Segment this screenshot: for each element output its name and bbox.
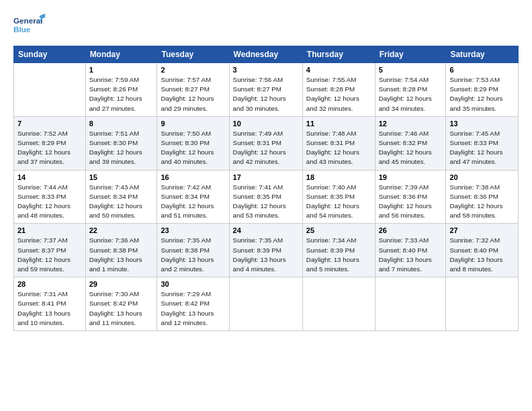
day-number: 20	[449, 173, 515, 181]
calendar-table: SundayMondayTuesdayWednesdayThursdayFrid…	[13, 46, 519, 331]
calendar-cell: 5Sunrise: 7:54 AM Sunset: 8:28 PM Daylig…	[375, 63, 446, 117]
day-number: 22	[89, 226, 154, 234]
day-number: 14	[17, 173, 82, 181]
calendar-cell	[302, 277, 375, 331]
calendar-week-2: 7Sunrise: 7:52 AM Sunset: 8:29 PM Daylig…	[14, 116, 519, 170]
day-info: Sunrise: 7:39 AM Sunset: 8:36 PM Dayligh…	[379, 183, 443, 221]
calendar-cell: 4Sunrise: 7:55 AM Sunset: 8:28 PM Daylig…	[302, 63, 375, 117]
day-info: Sunrise: 7:37 AM Sunset: 8:37 PM Dayligh…	[17, 236, 82, 274]
day-info: Sunrise: 7:41 AM Sunset: 8:35 PM Dayligh…	[233, 183, 299, 221]
day-number: 1	[89, 66, 154, 74]
day-info: Sunrise: 7:31 AM Sunset: 8:41 PM Dayligh…	[17, 289, 82, 328]
calendar-cell	[229, 277, 302, 331]
day-number: 3	[233, 66, 299, 74]
calendar-week-5: 28Sunrise: 7:31 AM Sunset: 8:41 PM Dayli…	[14, 277, 519, 331]
calendar-cell: 22Sunrise: 7:36 AM Sunset: 8:38 PM Dayli…	[85, 224, 157, 277]
day-number: 4	[306, 66, 371, 74]
calendar-cell: 27Sunrise: 7:32 AM Sunset: 8:40 PM Dayli…	[446, 224, 519, 277]
day-info: Sunrise: 7:46 AM Sunset: 8:32 PM Dayligh…	[379, 129, 443, 167]
day-number: 10	[233, 120, 299, 128]
day-info: Sunrise: 7:35 AM Sunset: 8:39 PM Dayligh…	[233, 236, 299, 274]
day-number: 28	[17, 280, 82, 288]
logo-icon: General Blue	[13, 12, 47, 39]
day-info: Sunrise: 7:53 AM Sunset: 8:29 PM Dayligh…	[449, 75, 515, 113]
calendar-cell: 14Sunrise: 7:44 AM Sunset: 8:33 PM Dayli…	[14, 170, 86, 224]
weekday-header-thursday: Thursday	[302, 46, 375, 63]
day-info: Sunrise: 7:56 AM Sunset: 8:27 PM Dayligh…	[233, 75, 299, 113]
day-number: 11	[306, 120, 371, 128]
day-info: Sunrise: 7:55 AM Sunset: 8:28 PM Dayligh…	[306, 75, 371, 113]
day-number: 30	[161, 280, 225, 288]
calendar-cell: 10Sunrise: 7:49 AM Sunset: 8:31 PM Dayli…	[229, 116, 302, 170]
day-info: Sunrise: 7:34 AM Sunset: 8:39 PM Dayligh…	[306, 236, 371, 274]
header: General Blue	[13, 12, 519, 39]
logo: General Blue	[13, 12, 47, 39]
calendar-cell: 15Sunrise: 7:43 AM Sunset: 8:34 PM Dayli…	[85, 170, 157, 224]
calendar-cell: 21Sunrise: 7:37 AM Sunset: 8:37 PM Dayli…	[14, 224, 86, 277]
calendar-cell: 20Sunrise: 7:38 AM Sunset: 8:36 PM Dayli…	[446, 170, 519, 224]
day-info: Sunrise: 7:33 AM Sunset: 8:40 PM Dayligh…	[379, 236, 443, 274]
day-info: Sunrise: 7:57 AM Sunset: 8:27 PM Dayligh…	[161, 75, 225, 113]
calendar-cell: 18Sunrise: 7:40 AM Sunset: 8:35 PM Dayli…	[302, 170, 375, 224]
day-number: 6	[449, 66, 515, 74]
day-info: Sunrise: 7:43 AM Sunset: 8:34 PM Dayligh…	[89, 183, 154, 221]
day-number: 8	[89, 120, 154, 128]
day-number: 9	[161, 120, 225, 128]
calendar-cell: 11Sunrise: 7:48 AM Sunset: 8:31 PM Dayli…	[302, 116, 375, 170]
day-number: 16	[161, 173, 225, 181]
weekday-header-sunday: Sunday	[14, 46, 86, 63]
weekday-header-row: SundayMondayTuesdayWednesdayThursdayFrid…	[14, 46, 519, 63]
calendar-cell: 29Sunrise: 7:30 AM Sunset: 8:42 PM Dayli…	[85, 277, 157, 331]
weekday-header-tuesday: Tuesday	[157, 46, 229, 63]
calendar-cell: 23Sunrise: 7:35 AM Sunset: 8:38 PM Dayli…	[157, 224, 229, 277]
weekday-header-friday: Friday	[375, 46, 446, 63]
day-info: Sunrise: 7:40 AM Sunset: 8:35 PM Dayligh…	[306, 183, 371, 221]
day-info: Sunrise: 7:59 AM Sunset: 8:26 PM Dayligh…	[89, 75, 154, 113]
day-info: Sunrise: 7:29 AM Sunset: 8:42 PM Dayligh…	[161, 289, 225, 328]
calendar-cell: 2Sunrise: 7:57 AM Sunset: 8:27 PM Daylig…	[157, 63, 229, 117]
calendar-cell: 9Sunrise: 7:50 AM Sunset: 8:30 PM Daylig…	[157, 116, 229, 170]
day-info: Sunrise: 7:32 AM Sunset: 8:40 PM Dayligh…	[449, 236, 515, 274]
day-info: Sunrise: 7:54 AM Sunset: 8:28 PM Dayligh…	[379, 75, 443, 113]
page: General Blue SundayMondayTuesdayWednesda…	[0, 0, 532, 338]
calendar-cell: 16Sunrise: 7:42 AM Sunset: 8:34 PM Dayli…	[157, 170, 229, 224]
calendar-cell: 28Sunrise: 7:31 AM Sunset: 8:41 PM Dayli…	[14, 277, 86, 331]
day-number: 2	[161, 66, 225, 74]
day-number: 12	[379, 120, 443, 128]
day-number: 15	[89, 173, 154, 181]
calendar-week-4: 21Sunrise: 7:37 AM Sunset: 8:37 PM Dayli…	[14, 224, 519, 277]
day-number: 25	[306, 226, 371, 234]
svg-text:General: General	[13, 16, 42, 25]
calendar-week-1: 1Sunrise: 7:59 AM Sunset: 8:26 PM Daylig…	[14, 63, 519, 117]
calendar-cell: 1Sunrise: 7:59 AM Sunset: 8:26 PM Daylig…	[85, 63, 157, 117]
calendar-cell	[375, 277, 446, 331]
day-info: Sunrise: 7:36 AM Sunset: 8:38 PM Dayligh…	[89, 236, 154, 274]
day-info: Sunrise: 7:35 AM Sunset: 8:38 PM Dayligh…	[161, 236, 225, 274]
calendar-cell: 12Sunrise: 7:46 AM Sunset: 8:32 PM Dayli…	[375, 116, 446, 170]
day-info: Sunrise: 7:49 AM Sunset: 8:31 PM Dayligh…	[233, 129, 299, 167]
day-info: Sunrise: 7:48 AM Sunset: 8:31 PM Dayligh…	[306, 129, 371, 167]
day-number: 26	[379, 226, 443, 234]
day-number: 18	[306, 173, 371, 181]
day-number: 7	[17, 120, 82, 128]
day-info: Sunrise: 7:45 AM Sunset: 8:33 PM Dayligh…	[449, 129, 515, 167]
weekday-header-monday: Monday	[85, 46, 157, 63]
day-info: Sunrise: 7:44 AM Sunset: 8:33 PM Dayligh…	[17, 183, 82, 221]
calendar-cell: 6Sunrise: 7:53 AM Sunset: 8:29 PM Daylig…	[446, 63, 519, 117]
day-info: Sunrise: 7:38 AM Sunset: 8:36 PM Dayligh…	[449, 183, 515, 221]
day-number: 5	[379, 66, 443, 74]
calendar-cell: 8Sunrise: 7:51 AM Sunset: 8:30 PM Daylig…	[85, 116, 157, 170]
calendar-week-3: 14Sunrise: 7:44 AM Sunset: 8:33 PM Dayli…	[14, 170, 519, 224]
weekday-header-wednesday: Wednesday	[229, 46, 302, 63]
calendar-cell: 30Sunrise: 7:29 AM Sunset: 8:42 PM Dayli…	[157, 277, 229, 331]
day-number: 21	[17, 226, 82, 234]
day-number: 29	[89, 280, 154, 288]
calendar-cell	[14, 63, 86, 117]
day-number: 24	[233, 226, 299, 234]
day-info: Sunrise: 7:51 AM Sunset: 8:30 PM Dayligh…	[89, 129, 154, 167]
day-number: 27	[449, 226, 515, 234]
calendar-cell: 26Sunrise: 7:33 AM Sunset: 8:40 PM Dayli…	[375, 224, 446, 277]
calendar-cell: 17Sunrise: 7:41 AM Sunset: 8:35 PM Dayli…	[229, 170, 302, 224]
calendar-cell: 3Sunrise: 7:56 AM Sunset: 8:27 PM Daylig…	[229, 63, 302, 117]
svg-text:Blue: Blue	[13, 25, 31, 34]
